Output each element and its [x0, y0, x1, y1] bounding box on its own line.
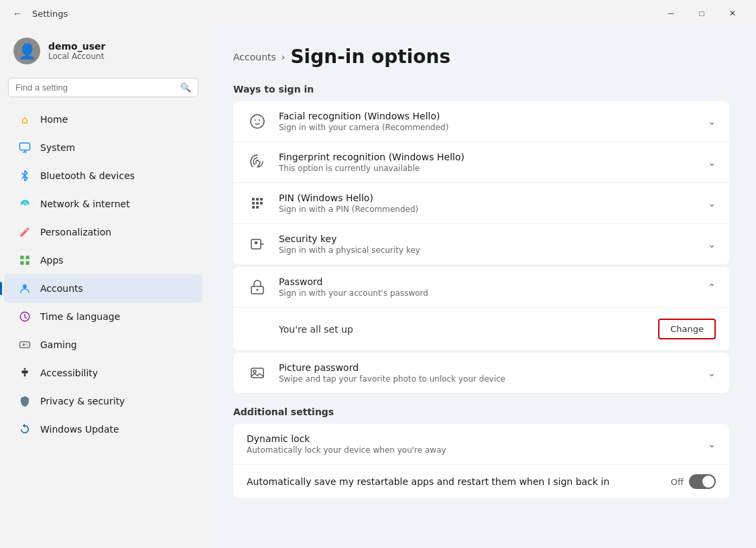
svg-rect-19 [260, 198, 263, 201]
sidebar-item-home-label: Home [40, 114, 68, 125]
sidebar-item-home[interactable]: ⌂ Home [4, 105, 202, 133]
security-key-icon [247, 233, 268, 255]
security-key-subtitle: Sign in with a physical security key [279, 245, 697, 255]
pin-text: PIN (Windows Hello) Sign in with a PIN (… [279, 193, 697, 214]
close-button[interactable]: ✕ [717, 3, 748, 24]
sidebar-item-network[interactable]: Network & internet [4, 190, 202, 218]
dynamic-lock-item[interactable]: Dynamic lock Automatically lock your dev… [233, 424, 729, 465]
sidebar: 👤 demo_user Local Account 🔍 ⌂ Home Syste… [0, 27, 206, 548]
sidebar-item-accounts-label: Accounts [40, 283, 83, 294]
svg-rect-18 [256, 198, 259, 201]
dynamic-lock-chevron: ⌄ [708, 439, 716, 449]
fingerprint-item[interactable]: Fingerprint recognition (Windows Hello) … [233, 142, 729, 183]
picture-password-item[interactable]: Picture password Swipe and tap your favo… [233, 353, 729, 393]
sidebar-item-personalization-label: Personalization [40, 227, 111, 237]
user-profile: 👤 demo_user Local Account [0, 27, 206, 75]
sidebar-item-accessibility-label: Accessibility [40, 368, 98, 378]
sidebar-item-time[interactable]: Time & language [4, 303, 202, 331]
svg-rect-7 [26, 262, 29, 265]
sign-in-options-card: Facial recognition (Windows Hello) Sign … [233, 101, 729, 264]
security-key-item[interactable]: Security key Sign in with a physical sec… [233, 224, 729, 264]
svg-point-8 [23, 284, 27, 288]
password-header[interactable]: Password Sign in with your account's pas… [233, 267, 729, 308]
additional-settings-title: Additional settings [233, 406, 729, 417]
breadcrumb-current: Sign-in options [290, 46, 450, 68]
password-text: Password Sign in with your account's pas… [279, 276, 697, 298]
back-button[interactable]: ← [8, 4, 27, 23]
auto-save-toggle[interactable] [689, 474, 716, 489]
auto-save-toggle-label: Off [671, 477, 684, 487]
facial-title: Facial recognition (Windows Hello) [279, 111, 697, 121]
sidebar-item-gaming[interactable]: Gaming [4, 331, 202, 359]
window-controls: ─ □ ✕ [655, 3, 748, 24]
fingerprint-icon [247, 152, 268, 173]
sidebar-item-privacy[interactable]: Privacy & security [4, 387, 202, 415]
svg-rect-24 [256, 206, 259, 209]
auto-save-toggle-container: Off [671, 474, 716, 489]
svg-rect-0 [20, 143, 30, 150]
fingerprint-subtitle: This option is currently unavailable [279, 164, 697, 173]
ways-to-sign-in-title: Ways to sign in [233, 84, 729, 95]
home-icon: ⌂ [17, 112, 32, 127]
bluetooth-icon [17, 168, 32, 183]
facial-text: Facial recognition (Windows Hello) Sign … [279, 111, 697, 132]
sidebar-item-bluetooth-label: Bluetooth & devices [40, 170, 135, 181]
privacy-icon [17, 394, 32, 408]
picture-password-title: Picture password [279, 362, 697, 373]
dynamic-lock-subtitle: Automatically lock your device when you'… [247, 445, 697, 455]
search-box[interactable]: 🔍 [8, 78, 198, 97]
svg-rect-20 [252, 202, 255, 205]
svg-rect-23 [252, 206, 255, 209]
password-subtitle: Sign in with your account's password [279, 288, 697, 298]
sidebar-item-system[interactable]: System [4, 133, 202, 162]
auto-save-title: Automatically save my restartable apps a… [247, 476, 660, 487]
password-icon [247, 276, 268, 298]
sidebar-item-apps[interactable]: Apps [4, 246, 202, 274]
security-key-text: Security key Sign in with a physical sec… [279, 233, 697, 255]
pin-title: PIN (Windows Hello) [279, 193, 697, 203]
sidebar-item-privacy-label: Privacy & security [40, 396, 125, 406]
sidebar-item-accounts[interactable]: Accounts [4, 274, 202, 303]
additional-settings-card: Dynamic lock Automatically lock your dev… [233, 424, 729, 498]
sidebar-item-bluetooth[interactable]: Bluetooth & devices [4, 162, 202, 190]
svg-rect-30 [251, 368, 263, 378]
sidebar-item-time-label: Time & language [40, 311, 120, 322]
pin-item[interactable]: PIN (Windows Hello) Sign in with a PIN (… [233, 183, 729, 224]
svg-point-16 [259, 119, 260, 121]
password-chevron: ⌃ [708, 282, 716, 292]
minimize-button[interactable]: ─ [655, 3, 686, 24]
facial-recognition-item[interactable]: Facial recognition (Windows Hello) Sign … [233, 101, 729, 142]
update-icon [17, 422, 32, 437]
avatar: 👤 [13, 38, 40, 64]
facial-icon [247, 111, 268, 132]
change-password-button[interactable]: Change [658, 319, 716, 339]
svg-rect-26 [255, 241, 257, 244]
avatar-icon: 👤 [18, 43, 36, 60]
password-title: Password [279, 276, 697, 287]
pin-chevron: ⌄ [708, 198, 716, 209]
picture-password-card: Picture password Swipe and tap your favo… [233, 353, 729, 393]
breadcrumb-separator: › [281, 52, 286, 62]
svg-point-15 [255, 119, 256, 121]
sidebar-item-apps-label: Apps [40, 255, 64, 266]
network-icon [17, 197, 32, 211]
accessibility-icon [17, 366, 32, 380]
dynamic-lock-text: Dynamic lock Automatically lock your dev… [247, 433, 697, 455]
svg-rect-22 [260, 202, 263, 205]
search-input[interactable] [15, 83, 175, 93]
password-body: You're all set up Change [233, 308, 729, 350]
accounts-icon [17, 281, 32, 296]
svg-rect-5 [26, 256, 29, 259]
breadcrumb-parent[interactable]: Accounts [233, 52, 276, 62]
svg-point-29 [257, 289, 259, 291]
maximize-button[interactable]: □ [686, 3, 717, 24]
auto-save-text: Automatically save my restartable apps a… [247, 476, 660, 487]
fingerprint-title: Fingerprint recognition (Windows Hello) [279, 152, 697, 162]
time-icon [17, 309, 32, 324]
sidebar-item-update-label: Windows Update [40, 424, 119, 435]
pin-icon [247, 193, 268, 214]
sidebar-item-update[interactable]: Windows Update [4, 415, 202, 443]
picture-password-icon [247, 362, 268, 384]
sidebar-item-personalization[interactable]: Personalization [4, 218, 202, 246]
sidebar-item-accessibility[interactable]: Accessibility [4, 359, 202, 387]
